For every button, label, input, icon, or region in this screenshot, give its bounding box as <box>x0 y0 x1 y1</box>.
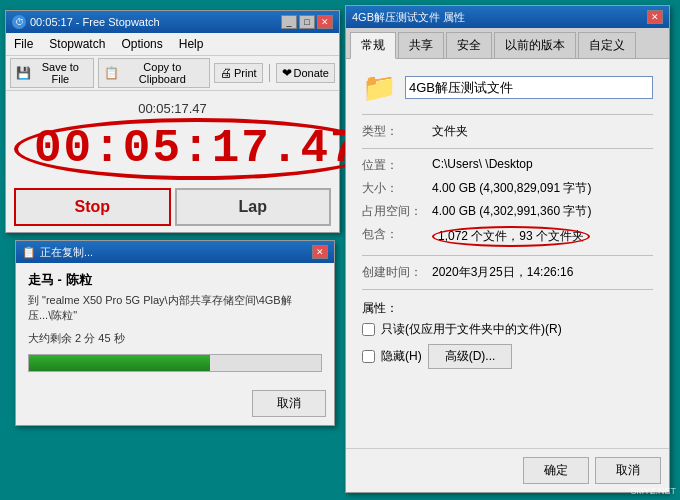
props-close-btn[interactable]: ✕ <box>647 10 663 24</box>
stopwatch-toolbar: 💾 Save to File 📋 Copy to Clipboard 🖨 Pri… <box>6 56 339 91</box>
contains-value: 1,072 个文件，93 个文件夹 <box>432 226 653 247</box>
copy-icon: 📋 <box>104 66 119 80</box>
folder-header: 📁 <box>362 71 653 104</box>
props-checkboxes: 属性： 只读(仅应用于文件夹中的文件)(R) 隐藏(H) 高级(D)... <box>362 300 653 369</box>
hidden-row: 隐藏(H) 高级(D)... <box>362 344 653 369</box>
location-value: C:\Users\ \Desktop <box>432 157 653 174</box>
props-tabs: 常规 共享 安全 以前的版本 自定义 <box>346 28 669 59</box>
props-footer: 确定 取消 <box>346 448 669 492</box>
copy-close-btn[interactable]: ✕ <box>312 245 328 259</box>
heart-icon: ❤ <box>282 66 292 80</box>
props-cancel-btn[interactable]: 取消 <box>595 457 661 484</box>
save-label: Save to File <box>33 61 88 85</box>
copy-filename: 走马 - 陈粒 <box>28 271 322 289</box>
attrs-label: 属性： <box>362 300 653 317</box>
progress-bar-fill <box>29 355 210 371</box>
size-label: 大小： <box>362 180 432 197</box>
time-small: 00:05:17.47 <box>14 101 331 116</box>
stopwatch-title-text: 00:05:17 - Free Stopwatch <box>30 16 160 28</box>
save-icon: 💾 <box>16 66 31 80</box>
stopwatch-titlebar: ⏱ 00:05:17 - Free Stopwatch _ □ ✕ <box>6 11 339 33</box>
folder-icon: 📁 <box>362 71 397 104</box>
copy-title-icon: 📋 <box>22 246 36 259</box>
stopwatch-buttons: Stop Lap <box>14 188 331 226</box>
props-row-size: 大小： 4.00 GB (4,300,829,091 字节) <box>362 180 653 197</box>
menu-help[interactable]: Help <box>175 35 208 53</box>
tab-general[interactable]: 常规 <box>350 32 396 59</box>
donate-btn[interactable]: ❤ Donate <box>276 63 335 83</box>
hidden-checkbox[interactable] <box>362 350 375 363</box>
copy-title-text: 正在复制... <box>40 245 93 260</box>
time-oval-border <box>14 118 380 180</box>
props-divider-3 <box>362 255 653 256</box>
type-value: 文件夹 <box>432 123 653 140</box>
tab-custom[interactable]: 自定义 <box>578 32 636 58</box>
save-to-file-btn[interactable]: 💾 Save to File <box>10 58 94 88</box>
created-value: 2020年3月25日，14:26:16 <box>432 264 653 281</box>
advanced-btn[interactable]: 高级(D)... <box>428 344 513 369</box>
tab-share[interactable]: 共享 <box>398 32 444 58</box>
print-label: Print <box>234 67 257 79</box>
copy-dialog: 📋 正在复制... ✕ 走马 - 陈粒 到 "realme X50 Pro 5G… <box>15 240 335 426</box>
stopwatch-close-btn[interactable]: ✕ <box>317 15 333 29</box>
time-display-wrapper: 00:05:17.47 00:05:17.47 <box>14 101 331 180</box>
tab-previous[interactable]: 以前的版本 <box>494 32 576 58</box>
copy-label: Copy to Clipboard <box>121 61 204 85</box>
props-title-text: 4GB解压测试文件 属性 <box>352 10 465 25</box>
stopwatch-minimize-btn[interactable]: _ <box>281 15 297 29</box>
copy-to-clipboard-btn[interactable]: 📋 Copy to Clipboard <box>98 58 210 88</box>
props-row-created: 创建时间： 2020年3月25日，14:26:16 <box>362 264 653 281</box>
stopwatch-title-left: ⏱ 00:05:17 - Free Stopwatch <box>12 15 160 29</box>
menu-options[interactable]: Options <box>117 35 166 53</box>
stopwatch-maximize-btn[interactable]: □ <box>299 15 315 29</box>
disk-value: 4.00 GB (4,302,991,360 字节) <box>432 203 653 220</box>
contains-oval: 1,072 个文件，93 个文件夹 <box>432 226 590 247</box>
copy-content: 走马 - 陈粒 到 "realme X50 Pro 5G Play\内部共享存储… <box>16 263 334 386</box>
props-content: 📁 类型： 文件夹 位置： C:\Users\ \Desktop 大小： 4.0… <box>346 59 669 387</box>
toolbar-separator <box>269 64 270 82</box>
watermark: SMYZ.NET <box>630 486 676 496</box>
disk-label: 占用空间： <box>362 203 432 220</box>
props-ok-btn[interactable]: 确定 <box>523 457 589 484</box>
created-label: 创建时间： <box>362 264 432 281</box>
props-divider-1 <box>362 114 653 115</box>
menu-stopwatch[interactable]: Stopwatch <box>45 35 109 53</box>
tab-security[interactable]: 安全 <box>446 32 492 58</box>
props-divider-2 <box>362 148 653 149</box>
progress-bar-container <box>28 354 322 372</box>
readonly-row: 只读(仅应用于文件夹中的文件)(R) <box>362 321 653 338</box>
stopwatch-main: 00:05:17.47 00:05:17.47 Stop Lap <box>6 91 339 232</box>
stopwatch-window: ⏱ 00:05:17 - Free Stopwatch _ □ ✕ File S… <box>5 10 340 233</box>
copy-win-controls: ✕ <box>312 245 328 259</box>
readonly-label: 只读(仅应用于文件夹中的文件)(R) <box>381 321 562 338</box>
copy-footer: 取消 <box>16 386 334 425</box>
copy-title-left: 📋 正在复制... <box>22 245 93 260</box>
donate-label: Donate <box>294 67 329 79</box>
menu-file[interactable]: File <box>10 35 37 53</box>
props-row-type: 类型： 文件夹 <box>362 123 653 140</box>
copy-remaining: 大约剩余 2 分 45 秒 <box>28 331 322 346</box>
lap-button[interactable]: Lap <box>175 188 332 226</box>
time-oval-container: 00:05:17.47 <box>14 118 380 180</box>
stopwatch-menubar: File Stopwatch Options Help <box>6 33 339 56</box>
props-row-location: 位置： C:\Users\ \Desktop <box>362 157 653 174</box>
folder-name-input[interactable] <box>405 76 653 99</box>
stopwatch-title-icon: ⏱ <box>12 15 26 29</box>
location-label: 位置： <box>362 157 432 174</box>
props-win-controls: ✕ <box>647 10 663 24</box>
props-divider-4 <box>362 289 653 290</box>
props-row-disk: 占用空间： 4.00 GB (4,302,991,360 字节) <box>362 203 653 220</box>
stop-button[interactable]: Stop <box>14 188 171 226</box>
props-row-contains: 包含： 1,072 个文件，93 个文件夹 <box>362 226 653 247</box>
readonly-checkbox[interactable] <box>362 323 375 336</box>
print-icon: 🖨 <box>220 66 232 80</box>
copy-cancel-btn[interactable]: 取消 <box>252 390 326 417</box>
size-value: 4.00 GB (4,300,829,091 字节) <box>432 180 653 197</box>
copy-dest: 到 "realme X50 Pro 5G Play\内部共享存储空间\4GB解压… <box>28 293 322 323</box>
print-btn[interactable]: 🖨 Print <box>214 63 263 83</box>
contains-oval-border <box>432 226 590 247</box>
copy-titlebar: 📋 正在复制... ✕ <box>16 241 334 263</box>
props-window: 4GB解压测试文件 属性 ✕ 常规 共享 安全 以前的版本 自定义 📁 类型： … <box>345 5 670 493</box>
type-label: 类型： <box>362 123 432 140</box>
contains-label: 包含： <box>362 226 432 247</box>
